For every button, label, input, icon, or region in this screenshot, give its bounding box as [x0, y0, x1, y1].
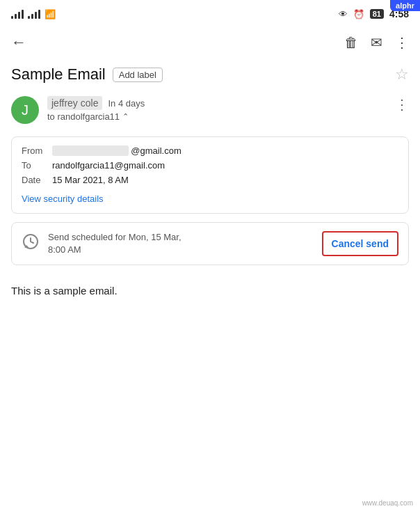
- from-value-blurred: jeffrey.cole.••••••••: [52, 146, 129, 156]
- to-value: randolfgarcia11@gmail.com: [52, 160, 165, 171]
- security-row: View security details: [22, 189, 398, 205]
- scheduled-left: Send scheduled for Mon, 15 Mar, 8:00 AM: [22, 231, 181, 256]
- toolbar-right: 🗑 ✉ ⋮: [344, 34, 409, 51]
- email-body-text: This is a sample email.: [11, 285, 118, 297]
- signal-icon-2: [28, 9, 40, 19]
- sender-to-text: to randolfgarcia11: [47, 111, 120, 122]
- from-row: From jeffrey.cole.•••••••• @gmail.com: [22, 146, 398, 156]
- more-button[interactable]: ⋮: [395, 34, 409, 51]
- avatar: J: [11, 96, 39, 124]
- chevron-icon: ⌃: [122, 112, 129, 121]
- mail-button[interactable]: ✉: [371, 34, 382, 51]
- watermark: www.deuaq.com: [362, 499, 413, 507]
- date-row: Date 15 Mar 2021, 8 AM: [22, 175, 398, 185]
- wifi-icon: 📶: [45, 9, 56, 19]
- from-label: From: [22, 146, 52, 156]
- status-bar: 📶 👁 ⏰ 81 4:58: [0, 0, 420, 25]
- cancel-send-button[interactable]: Cancel send: [322, 231, 398, 256]
- view-security-link[interactable]: View security details: [22, 194, 104, 204]
- sender-name-row: jeffrey cole In 4 days: [47, 96, 145, 110]
- eye-icon: 👁: [339, 9, 348, 19]
- scheduled-card: Send scheduled for Mon, 15 Mar, 8:00 AM …: [11, 222, 409, 265]
- email-subject: Sample Email: [11, 65, 106, 84]
- toolbar-left: ←: [11, 33, 26, 52]
- scheduled-text: Send scheduled for Mon, 15 Mar, 8:00 AM: [48, 231, 181, 256]
- status-left: 📶: [11, 9, 56, 19]
- sender-left: J jeffrey cole In 4 days to randolfgarci…: [11, 96, 145, 124]
- sender-info: jeffrey cole In 4 days to randolfgarcia1…: [47, 96, 145, 122]
- back-button[interactable]: ←: [11, 33, 26, 52]
- battery-level: 81: [370, 9, 384, 19]
- sender-name: jeffrey cole: [47, 96, 102, 110]
- sender-row: J jeffrey cole In 4 days to randolfgarci…: [0, 92, 420, 131]
- alarm-icon: ⏰: [353, 9, 364, 19]
- date-value: 15 Mar 2021, 8 AM: [52, 175, 129, 185]
- email-body: This is a sample email.: [0, 274, 420, 308]
- delete-button[interactable]: 🗑: [344, 35, 358, 51]
- sender-time: In 4 days: [108, 98, 145, 109]
- to-label: To: [22, 160, 52, 171]
- subject-left: Sample Email Add label: [11, 65, 163, 84]
- from-value-suffix: @gmail.com: [131, 146, 181, 156]
- sender-more-button[interactable]: ⋮: [395, 96, 409, 113]
- star-button[interactable]: ☆: [395, 65, 409, 84]
- add-label-button[interactable]: Add label: [113, 68, 163, 82]
- details-card: From jeffrey.cole.•••••••• @gmail.com To…: [11, 136, 409, 214]
- schedule-icon: [22, 233, 40, 255]
- scheduled-line2: 8:00 AM: [48, 244, 181, 256]
- scheduled-line1: Send scheduled for Mon, 15 Mar,: [48, 231, 181, 244]
- sender-to[interactable]: to randolfgarcia11 ⌃: [47, 111, 145, 122]
- email-toolbar: ← 🗑 ✉ ⋮: [0, 25, 420, 60]
- date-label: Date: [22, 175, 52, 185]
- to-row: To randolfgarcia11@gmail.com: [22, 160, 398, 171]
- alphr-badge: alphr: [390, 0, 420, 11]
- subject-row: Sample Email Add label ☆: [0, 60, 420, 92]
- signal-icon-1: [11, 9, 24, 19]
